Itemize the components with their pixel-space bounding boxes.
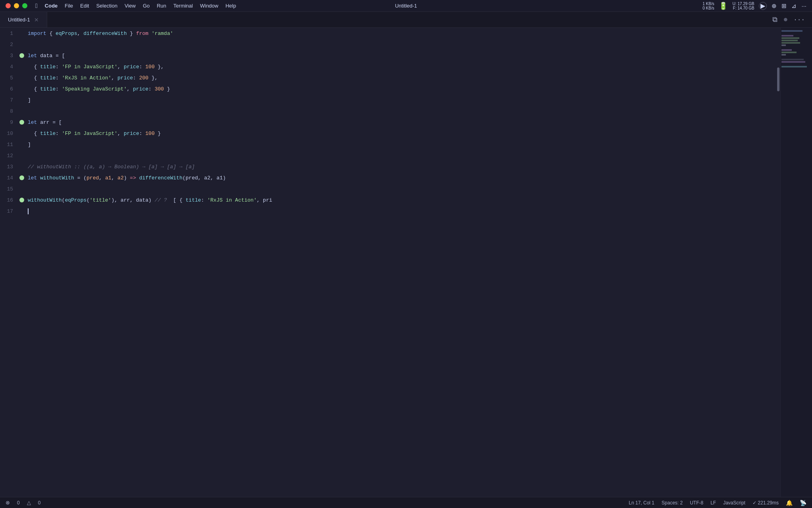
code-area[interactable]: import { eqProps, differenceWith } from …: [24, 28, 776, 497]
menu-code[interactable]: Code: [45, 3, 58, 9]
language-mode[interactable]: JavaScript: [723, 500, 745, 506]
gutter: 1 2 3 4 5 6 7 8 9 10 11 12 13 14 15 16 1…: [0, 28, 24, 497]
gutter-line-6: 6: [0, 83, 24, 94]
tab-untitled[interactable]: Untitled-1 ✕: [0, 12, 47, 27]
breakpoint-16[interactable]: [19, 198, 24, 202]
code-line-1: import { eqProps, differenceWith } from …: [24, 28, 776, 39]
gutter-line-7: 7: [0, 94, 24, 106]
gutter-line-5: 5: [0, 72, 24, 83]
menu-go[interactable]: Go: [143, 3, 149, 9]
code-line-7: ]: [24, 94, 776, 106]
error-icon: ⊗: [6, 500, 10, 506]
gutter-line-1: 1: [0, 28, 24, 39]
code-line-11: ]: [24, 139, 776, 150]
play-icon[interactable]: ▶: [759, 2, 767, 10]
code-line-12: [24, 150, 776, 161]
file-encoding[interactable]: UTF-8: [690, 500, 703, 506]
broadcast-icon[interactable]: 📡: [800, 500, 806, 506]
more-actions-icon[interactable]: ···: [793, 16, 805, 23]
network-stats: 1 KB/s 0 KB/s: [703, 2, 714, 10]
code-line-16: withoutWith(eqProps('title'), arr, data)…: [24, 194, 776, 206]
gutter-line-12: 12: [0, 150, 24, 161]
error-count: 0: [17, 500, 20, 506]
code-line-15: [24, 183, 776, 194]
tab-label: Untitled-1: [8, 17, 30, 23]
fullscreen-button[interactable]: [22, 3, 27, 8]
code-line-5: { title: 'RxJS in Action', price: 200 },: [24, 72, 776, 83]
gutter-line-13: 13: [0, 161, 24, 172]
menu-selection[interactable]: Selection: [96, 3, 117, 9]
indentation[interactable]: Spaces: 2: [662, 500, 683, 506]
gutter-line-15: 15: [0, 183, 24, 194]
code-line-3: let data = [: [24, 50, 776, 61]
code-line-2: [24, 39, 776, 50]
tab-close-icon[interactable]: ✕: [34, 17, 39, 23]
menu-window[interactable]: Window: [200, 3, 218, 9]
window-title: Untitled-1: [395, 3, 417, 9]
scrollbar-track[interactable]: [776, 28, 780, 497]
close-button[interactable]: [6, 3, 11, 8]
warning-icon: △: [27, 500, 31, 506]
menu-edit[interactable]: Edit: [80, 3, 89, 9]
notifications-icon[interactable]: 🔔: [786, 500, 793, 506]
timing-info: ✓ 221.29ms: [753, 500, 779, 506]
breakpoint-14[interactable]: [19, 175, 24, 180]
code-line-10: { title: 'FP in JavaScript', price: 100 …: [24, 128, 776, 139]
code-line-14: let withoutWith = (pred, a1, a2) => diff…: [24, 172, 776, 183]
scrollbar-thumb[interactable]: [777, 67, 779, 91]
memory-stats: U: 17.29 GB F: 14.70 GB: [732, 2, 754, 10]
menu-file[interactable]: File: [65, 3, 73, 9]
menu-bar[interactable]:  Code File Edit Selection View Go Run T…: [35, 2, 236, 10]
code-line-6: { title: 'Speaking JavaScript', price: 3…: [24, 83, 776, 94]
code-line-8: [24, 106, 776, 117]
apple-menu[interactable]: : [35, 2, 38, 10]
menu-terminal[interactable]: Terminal: [173, 3, 193, 9]
cursor-position[interactable]: Ln 17, Col 1: [629, 500, 655, 506]
breakpoint-9[interactable]: [19, 120, 24, 125]
line-ending[interactable]: LF: [710, 500, 716, 506]
statusbar: ⊗ 0 △ 0 Ln 17, Col 1 Spaces: 2 UTF-8 LF …: [0, 497, 812, 508]
gutter-line-3: 3: [0, 50, 24, 61]
breakpoint-3[interactable]: [19, 53, 24, 58]
dot-icon: ●: [783, 15, 788, 24]
split-editor-icon[interactable]: ⧉: [772, 16, 778, 24]
traffic-lights[interactable]: [6, 3, 27, 8]
titlebar-left:  Code File Edit Selection View Go Run T…: [6, 2, 236, 10]
titlebar-right: 1 KB/s 0 KB/s 🔋 U: 17.29 GB F: 14.70 GB …: [703, 2, 806, 10]
menu-view[interactable]: View: [124, 3, 136, 9]
gutter-line-14: 14: [0, 172, 24, 183]
titlebar:  Code File Edit Selection View Go Run T…: [0, 0, 812, 12]
gutter-line-11: 11: [0, 139, 24, 150]
tabbar: Untitled-1 ✕ ⧉ ● ···: [0, 12, 812, 28]
code-line-4: { title: 'FP in JavaScript', price: 100 …: [24, 61, 776, 72]
code-line-13: // withoutWith :: ((a, a) → Boolean) → […: [24, 161, 776, 172]
gutter-line-10: 10: [0, 128, 24, 139]
menu-run[interactable]: Run: [157, 3, 166, 9]
minimap: [780, 28, 812, 497]
gutter-line-4: 4: [0, 61, 24, 72]
gutter-line-2: 2: [0, 39, 24, 50]
pointer-icon[interactable]: ⊿: [791, 2, 797, 10]
code-line-9: let arr = [: [24, 117, 776, 128]
tab-actions: ⧉ ● ···: [772, 12, 812, 27]
gutter-line-17: 17: [0, 206, 24, 217]
gutter-line-9: 9: [0, 117, 24, 128]
code-line-17: [24, 206, 776, 217]
layout-icon[interactable]: ⊞: [781, 2, 787, 10]
share-icon[interactable]: ⊕: [772, 2, 777, 10]
gutter-line-16: 16: [0, 194, 24, 206]
statusbar-right: Ln 17, Col 1 Spaces: 2 UTF-8 LF JavaScri…: [629, 500, 806, 506]
more-icon[interactable]: ···: [801, 2, 806, 9]
gutter-line-8: 8: [0, 106, 24, 117]
menu-help[interactable]: Help: [226, 3, 236, 9]
editor: 1 2 3 4 5 6 7 8 9 10 11 12 13 14 15 16 1…: [0, 28, 812, 497]
battery-icon: 🔋: [719, 2, 728, 10]
minimize-button[interactable]: [14, 3, 19, 8]
warning-count: 0: [38, 500, 41, 506]
